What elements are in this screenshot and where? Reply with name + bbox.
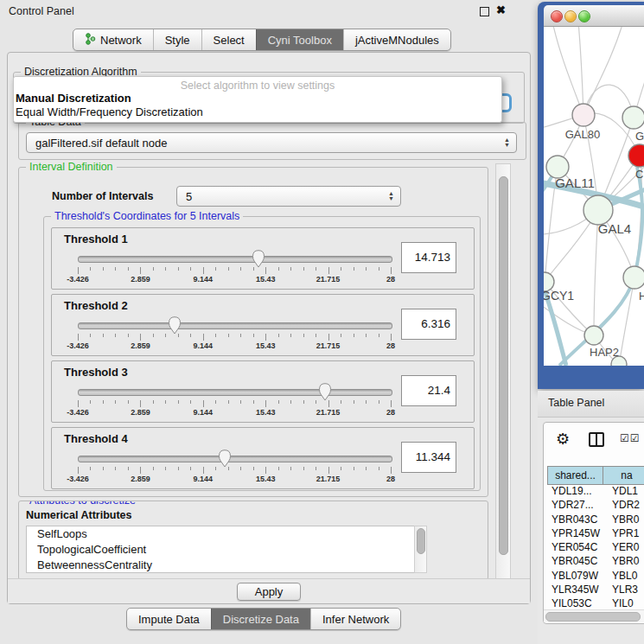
attributes-list-scrollbar[interactable] <box>414 526 427 573</box>
table-data-combobox[interactable]: galFiltered.sif default node ▲▼ <box>26 132 517 153</box>
table-cell-name[interactable]: YLR3 <box>609 583 644 597</box>
columns-icon[interactable] <box>589 432 604 447</box>
table-cell-shared-name[interactable]: YBR045C <box>547 555 609 569</box>
tick-mark <box>103 400 104 404</box>
node-label-gal80: GAL80 <box>565 128 600 141</box>
tick-mark <box>379 267 379 271</box>
network-canvas[interactable]: GAL80 GA C GAL11 GAL4 GCY1 H HAP2 <box>544 27 644 366</box>
panel-scrollbar[interactable] <box>495 163 511 580</box>
tick-mark <box>115 267 116 271</box>
algorithm-dropdown-popup: Select algorithm to view settings Manual… <box>13 76 502 123</box>
node-ga[interactable] <box>622 106 644 129</box>
tab-discretize-data[interactable]: Discretize Data <box>211 609 310 629</box>
table-cell-name[interactable]: YPR1 <box>609 527 644 541</box>
threshold-value-field[interactable]: 21.4 <box>401 375 456 406</box>
tick-mark <box>90 467 91 470</box>
close-icon[interactable]: ✖ <box>496 3 506 16</box>
tick-label: 9.144 <box>194 341 214 350</box>
select-columns-checkboxes-icon[interactable]: ☑☑ <box>620 432 641 444</box>
table-cell-name[interactable]: YBL0 <box>609 570 644 583</box>
table-row[interactable]: YBL079W YBL0 <box>547 570 644 583</box>
table-cell-shared-name[interactable]: YER054C <box>547 541 609 555</box>
node-label-c: C <box>635 168 643 181</box>
number-of-intervals-combobox[interactable]: 5 ▲▼ <box>176 186 401 207</box>
tick-mark <box>303 334 304 337</box>
table-row[interactable]: YDL19... YDL1 <box>547 485 644 499</box>
slider-track[interactable] <box>78 456 392 462</box>
threshold-coordinates-group: Threshold's Coordinates for 5 Intervals … <box>43 216 481 491</box>
table-cell-shared-name[interactable]: YBR043C <box>547 513 609 527</box>
table-row[interactable]: YLR345W YLR3 <box>547 583 644 597</box>
table-cell-name[interactable]: YBR0 <box>609 513 644 527</box>
slider-thumb[interactable] <box>168 316 182 335</box>
tab-style[interactable]: Style <box>153 29 201 50</box>
tab-impute-data[interactable]: Impute Data <box>127 609 211 629</box>
network-window-titlebar[interactable] <box>544 5 644 27</box>
table-cell-name[interactable]: YBR0 <box>609 555 644 569</box>
tick-mark <box>290 267 291 271</box>
close-traffic-light-icon[interactable] <box>551 10 563 22</box>
slider-track[interactable] <box>78 389 392 396</box>
table-cell-name[interactable]: YER0 <box>609 541 644 555</box>
tab-jactivemnodules[interactable]: jActiveMNodules <box>343 29 450 50</box>
node-selected-red[interactable] <box>628 144 644 167</box>
tick-mark <box>240 467 241 470</box>
table-cell-shared-name[interactable]: YBL079W <box>547 570 609 583</box>
attribute-list-item[interactable]: SelfLoops <box>27 526 426 542</box>
table-horizontal-scrollbar[interactable] <box>544 609 644 622</box>
node-hap2[interactable] <box>584 326 603 345</box>
column-header-name[interactable]: na <box>603 466 644 485</box>
tab-network[interactable]: Network <box>73 29 153 50</box>
algorithm-option-equal-width[interactable]: Equal Width/Frequency Discretization <box>16 105 203 118</box>
table-row[interactable]: YER054C YER0 <box>547 541 644 555</box>
table-row[interactable]: YDR27... YDR2 <box>547 499 644 513</box>
tick-mark <box>240 400 241 404</box>
table-cell-name[interactable]: YDR2 <box>609 499 644 513</box>
zoom-traffic-light-icon[interactable] <box>578 10 590 22</box>
attribute-list-item[interactable]: BetweennessCentrality <box>27 558 426 573</box>
tick-mark <box>316 400 316 404</box>
tick-mark <box>178 334 179 337</box>
node-gal80[interactable] <box>572 104 595 126</box>
slider-thumb[interactable] <box>318 382 332 401</box>
tick-mark <box>203 334 204 341</box>
tab-infer-network[interactable]: Infer Network <box>310 609 400 629</box>
tick-mark <box>278 400 279 404</box>
algorithm-option-manual[interactable]: Manual Discretization <box>16 92 131 105</box>
slider-track[interactable] <box>78 322 392 329</box>
tick-label: 9.144 <box>194 475 214 483</box>
node-gal4[interactable] <box>583 195 613 225</box>
table-row[interactable]: YBR043C YBR0 <box>547 513 644 527</box>
slider-thumb[interactable] <box>218 449 232 468</box>
table-row[interactable]: YBR045C YBR0 <box>547 555 644 569</box>
table-cell-shared-name[interactable]: YLR345W <box>547 583 609 597</box>
slider-track[interactable] <box>78 256 392 263</box>
numerical-attributes-list[interactable]: SelfLoops TopologicalCoefficient Between… <box>26 526 427 573</box>
table-cell-shared-name[interactable]: YDR27... <box>547 499 609 513</box>
tick-mark <box>379 467 379 470</box>
slider-thumb[interactable] <box>252 249 265 268</box>
slider-tick-labels: -3.4262.8599.14415.4321.71528 <box>78 408 391 418</box>
tab-cyni-toolbox[interactable]: Cyni Toolbox <box>256 29 343 50</box>
table-cell-name[interactable]: YDL1 <box>609 485 644 499</box>
column-header-shared-name[interactable]: shared... <box>547 466 603 485</box>
table-row[interactable]: YPR145W YPR1 <box>547 527 644 541</box>
node-h[interactable] <box>623 266 644 289</box>
table-cell-shared-name[interactable]: YPR145W <box>547 527 609 541</box>
scrollbar-thumb[interactable] <box>545 612 641 622</box>
float-window-icon[interactable] <box>480 7 489 16</box>
threshold-value-field[interactable]: 6.316 <box>401 309 456 340</box>
numerical-attributes-label: Numerical Attributes <box>26 509 131 521</box>
tick-mark <box>190 400 191 404</box>
threshold-value-field[interactable]: 14.713 <box>401 242 456 273</box>
table-cell-shared-name[interactable]: YDL19... <box>547 485 609 499</box>
apply-button[interactable]: Apply <box>237 583 302 601</box>
tab-select[interactable]: Select <box>201 29 256 50</box>
scrollbar-thumb[interactable] <box>417 528 425 554</box>
attribute-list-item[interactable]: TopologicalCoefficient <box>27 542 426 558</box>
minimize-traffic-light-icon[interactable] <box>564 10 577 22</box>
tick-mark <box>90 400 91 404</box>
gear-icon[interactable]: ⚙ <box>556 430 570 449</box>
scrollbar-thumb[interactable] <box>499 176 508 555</box>
threshold-value-field[interactable]: 11.344 <box>401 442 456 473</box>
